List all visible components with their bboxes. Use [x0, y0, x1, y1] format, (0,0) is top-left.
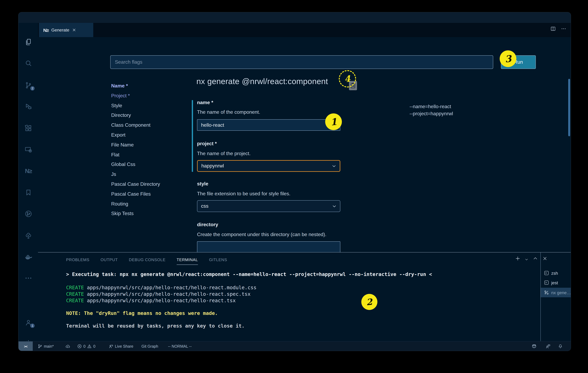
notifications-status-item[interactable]	[558, 341, 563, 351]
feedback-icon	[546, 344, 550, 349]
name-input[interactable]	[197, 119, 340, 131]
style-select-value: css	[201, 203, 209, 209]
bookmarks-icon[interactable]	[24, 188, 32, 197]
tab-debug-console[interactable]: DEBUG CONSOLE	[129, 257, 166, 262]
live-share-icon	[109, 344, 113, 349]
style-select[interactable]: css	[197, 200, 340, 212]
bell-icon	[558, 344, 563, 349]
tab-terminal[interactable]: TERMINAL	[177, 257, 198, 262]
field-list-item-style[interactable]: Style	[111, 101, 182, 110]
name-field-label: name *	[197, 100, 213, 105]
tab-output[interactable]: OUTPUT	[101, 257, 118, 262]
terminal-dropdown-icon[interactable]	[525, 257, 528, 262]
project-select-value: happynrwl	[201, 163, 224, 169]
annotation-3: 3	[500, 50, 516, 67]
branch-status-item[interactable]: main*	[38, 341, 54, 351]
more-actions-icon[interactable]	[24, 274, 32, 282]
chevron-down-icon	[332, 205, 336, 208]
active-fields-accent-bar	[192, 100, 193, 172]
new-terminal-icon[interactable]	[515, 256, 520, 261]
search-flags-input[interactable]	[110, 55, 493, 69]
problems-status-item[interactable]: 0 0	[77, 341, 95, 351]
git-graph-status-item[interactable]: Git Graph	[141, 341, 158, 351]
terminal-note-line: NOTE: The "dryRun" flag means no changes…	[66, 310, 218, 317]
activity-bar: 2 N≥	[19, 23, 38, 351]
annotation-2: 2	[361, 294, 377, 310]
project-select[interactable]: happynrwl	[197, 160, 340, 172]
tab-generate[interactable]: N≥ Generate	[39, 23, 93, 37]
field-list-item-name[interactable]: Name *	[111, 81, 182, 91]
style-field-label: style	[197, 181, 208, 187]
annotation-4: 4	[339, 70, 356, 88]
field-list-item-global-css[interactable]: Global Css	[111, 160, 182, 169]
field-list-item-project[interactable]: Project *	[111, 91, 182, 101]
sync-status-item[interactable]	[65, 341, 70, 351]
field-list-item-routing[interactable]: Routing	[111, 199, 182, 209]
feedback-status-item[interactable]	[546, 341, 550, 351]
flag-project: --project=happynrwl	[410, 110, 453, 117]
terminal-session-nx-generate[interactable]: nx gene…	[541, 288, 571, 297]
git-branch-icon	[38, 344, 42, 349]
directory-input[interactable]	[197, 241, 340, 252]
flag-name: --name=hello-react	[410, 103, 453, 110]
split-editor-icon[interactable]	[550, 26, 556, 32]
error-icon	[77, 344, 82, 349]
remote-indicator[interactable]: ><	[19, 341, 33, 351]
explorer-icon[interactable]	[24, 38, 32, 46]
field-list-item-directory[interactable]: Directory	[111, 110, 182, 120]
terminal-sidebar-divider[interactable]	[540, 252, 541, 351]
field-list-item-flat[interactable]: Flat	[111, 150, 182, 160]
directory-field-description: Create the component under this director…	[197, 232, 326, 237]
source-control-badge: 2	[30, 86, 35, 90]
terminal-session-zsh[interactable]: zsh	[541, 268, 571, 278]
extensions-icon[interactable]	[24, 124, 32, 132]
title-bar: Generate — myorg	[19, 12, 571, 23]
name-field-description: The name of the component.	[197, 110, 260, 115]
editor-more-icon[interactable]	[561, 26, 566, 32]
field-list-item-js[interactable]: Js	[111, 169, 182, 179]
generate-webview: Run Name * Project * Style Directory Cla…	[38, 37, 571, 252]
test-tree-icon[interactable]	[24, 231, 32, 240]
panel-controls	[515, 256, 547, 262]
terminal-session-jest[interactable]: jest	[541, 278, 571, 287]
docker-icon[interactable]	[24, 253, 32, 261]
close-panel-icon[interactable]	[542, 256, 547, 261]
copilot-icon	[532, 344, 537, 349]
active-tab-underline	[177, 264, 198, 265]
status-bar: >< main* 0 0 Live Share Git Graph	[19, 341, 571, 351]
annotation-1: 1	[325, 113, 342, 130]
run-debug-icon[interactable]	[24, 103, 32, 111]
project-field-label: project *	[197, 141, 217, 146]
warning-icon	[87, 344, 92, 349]
cloud-upload-icon	[65, 344, 70, 349]
live-share-status-item[interactable]: Live Share	[109, 341, 133, 351]
project-field-description: The name of the project.	[197, 151, 251, 156]
field-list-item-export[interactable]: Export	[111, 130, 182, 140]
tab-problems[interactable]: PROBLEMS	[66, 257, 89, 262]
nx-console-icon[interactable]: N≥	[24, 167, 32, 175]
field-list-item-pascal-case-directory[interactable]: Pascal Case Directory	[111, 179, 182, 189]
tab-close-icon[interactable]	[72, 28, 76, 32]
git-graph-icon[interactable]	[24, 210, 32, 218]
copilot-status-item[interactable]	[532, 341, 537, 351]
editor-actions	[550, 26, 566, 32]
vscode-window: Generate — myorg 2 N≥	[19, 12, 571, 351]
field-list-item-skip-tests[interactable]: Skip Tests	[111, 209, 182, 219]
flags-preview: --name=hello-react --project=happynrwl	[410, 103, 453, 117]
webview-scrollbar[interactable]	[568, 79, 570, 136]
terminal-create-line: CREATE apps/happynrwl/src/app/hello-reac…	[66, 297, 236, 304]
field-list-item-pascal-case-files[interactable]: Pascal Case Files	[111, 189, 182, 199]
chevron-down-icon	[332, 165, 336, 167]
vim-mode-status-item[interactable]: -- NORMAL --	[168, 341, 192, 351]
accounts-badge: 1	[30, 324, 35, 328]
tab-gitlens[interactable]: GITLENS	[209, 257, 227, 262]
maximize-panel-icon[interactable]	[533, 256, 538, 261]
tools-icon	[544, 290, 549, 295]
remote-explorer-icon[interactable]	[24, 146, 32, 154]
terminal-exec-line: > Executing task: npx nx generate @nrwl/…	[66, 271, 432, 277]
field-list-item-file-name[interactable]: File Name	[111, 140, 182, 150]
search-icon[interactable]	[24, 59, 32, 67]
field-list-item-class-component[interactable]: Class Component	[111, 120, 182, 130]
tab-label: Generate	[51, 28, 69, 33]
terminal-icon	[544, 280, 549, 285]
